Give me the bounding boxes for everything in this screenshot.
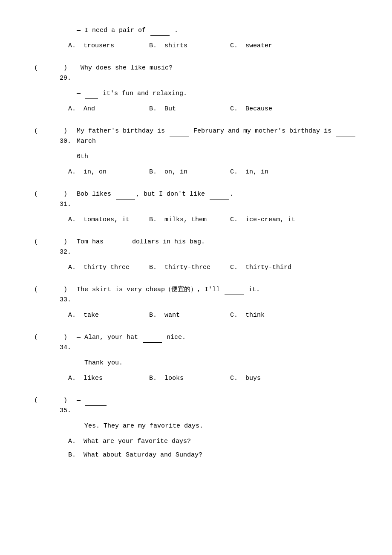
qtext-31: Bob likes , but I don't like . <box>77 189 358 199</box>
paren-29: ( <box>34 63 60 73</box>
question-34: ( ) 34. — Alan, your hat nice. — Thank y… <box>34 332 358 384</box>
options-29: A. And B. But C. Because <box>34 104 358 114</box>
option-32b: B. thirty-three <box>149 263 213 273</box>
question-30: ( ) 30. My father's birthday is February… <box>34 126 358 177</box>
question-29: ( ) 29. —Why does she like music? — it's… <box>34 63 358 114</box>
blank-35 <box>85 405 107 406</box>
blank-30a <box>170 136 189 136</box>
option-28b: B. shirts <box>149 41 213 51</box>
option-29b: B. But <box>149 104 213 114</box>
option-31c: C. ice-cream, it <box>230 215 295 225</box>
option-33b: B. want <box>149 310 213 321</box>
blank-28 <box>150 35 170 36</box>
question-35: ( ) 35. — — Yes. They are my favorite da… <box>34 396 358 460</box>
paren-34: ( <box>34 332 60 343</box>
qtext-32: Tom has dollars in his bag. <box>77 237 358 247</box>
option-29a: A. And <box>68 104 132 114</box>
blank-31b <box>210 199 229 199</box>
question-28-sub: — I need a pair of . A. trousers B. shir… <box>34 26 358 51</box>
option-33c: C. think <box>230 310 294 321</box>
option-35b-line: B. What about Saturday and Sunday? <box>34 450 358 460</box>
qnum-33: ) 33. <box>60 285 77 305</box>
qnum-35: ) 35. <box>60 396 77 416</box>
blank-29 <box>85 98 98 99</box>
qnum-34: ) 34. <box>60 332 77 353</box>
options-28: A. trousers B. shirts C. sweater <box>34 41 358 51</box>
question-35-sub: — Yes. They are my favorite days. <box>34 421 358 431</box>
qnum-31: ) 31. <box>60 189 77 210</box>
qtext-35: — <box>77 396 358 406</box>
paren-31: ( <box>34 189 60 199</box>
blank-30b <box>336 136 355 136</box>
option-34c: C. buys <box>230 373 294 384</box>
question-30-main: ( ) 30. My father's birthday is February… <box>34 126 358 147</box>
qtext-34: — Alan, your hat nice. <box>77 332 358 343</box>
option-31a: A. tomatoes, it <box>68 215 132 225</box>
option-30b: B. on, in <box>149 167 213 177</box>
question-32-main: ( ) 32. Tom has dollars in his bag. <box>34 237 358 257</box>
option-34a: A. likes <box>68 373 132 384</box>
blank-31a <box>116 199 135 199</box>
qtext-30: My father's birthday is February and my … <box>77 126 358 147</box>
question-31-main: ( ) 31. Bob likes , but I don't like . <box>34 189 358 210</box>
option-33a: A. take <box>68 310 132 321</box>
option-28c: C. sweater <box>230 41 294 51</box>
option-31b: B. milks, them <box>149 215 213 225</box>
options-33: A. take B. want C. think <box>34 310 358 321</box>
options-30: A. in, on B. on, in C. in, in <box>34 167 358 177</box>
options-34: A. likes B. looks C. buys <box>34 373 358 384</box>
option-35a-line: A. What are your favorite days? <box>34 436 358 447</box>
question-30-sub: 6th <box>34 152 358 162</box>
option-28a: A. trousers <box>68 41 132 51</box>
paren-35: ( <box>34 396 60 406</box>
question-32: ( ) 32. Tom has dollars in his bag. A. t… <box>34 237 358 273</box>
option-32c: C. thirty-third <box>230 263 294 273</box>
question-33: ( ) 33. The skirt is very cheap（便宜的）, I'… <box>34 285 358 321</box>
blank-33 <box>225 295 244 295</box>
exam-content: — I need a pair of . A. trousers B. shir… <box>34 26 358 460</box>
qnum-32: ) 32. <box>60 237 77 257</box>
paren-32: ( <box>34 237 60 247</box>
question-35-main: ( ) 35. — <box>34 396 358 416</box>
option-32a: A. thirty three <box>68 263 132 273</box>
options-32: A. thirty three B. thirty-three C. thirt… <box>34 263 358 273</box>
question-33-main: ( ) 33. The skirt is very cheap（便宜的）, I'… <box>34 285 358 305</box>
option-29c: C. Because <box>230 104 294 114</box>
paren-33: ( <box>34 285 60 295</box>
question-34-sub: — Thank you. <box>34 358 358 368</box>
qnum-29: ) 29. <box>60 63 77 84</box>
question-28-text: — I need a pair of . <box>34 26 358 36</box>
question-31: ( ) 31. Bob likes , but I don't like . A… <box>34 189 358 225</box>
qtext-33: The skirt is very cheap（便宜的）, I'll it. <box>77 285 358 295</box>
blank-34 <box>143 342 162 343</box>
option-34b: B. looks <box>149 373 213 384</box>
qtext-29: —Why does she like music? <box>77 63 358 73</box>
option-30c: C. in, in <box>230 167 294 177</box>
question-29-sub: — it's fun and relaxing. <box>34 89 358 99</box>
paren-30: ( <box>34 126 60 136</box>
options-31: A. tomatoes, it B. milks, them C. ice-cr… <box>34 215 358 225</box>
blank-32 <box>108 247 127 247</box>
question-34-main: ( ) 34. — Alan, your hat nice. <box>34 332 358 353</box>
qnum-30: ) 30. <box>60 126 77 147</box>
option-30a: A. in, on <box>68 167 132 177</box>
question-29-main: ( ) 29. —Why does she like music? <box>34 63 358 84</box>
